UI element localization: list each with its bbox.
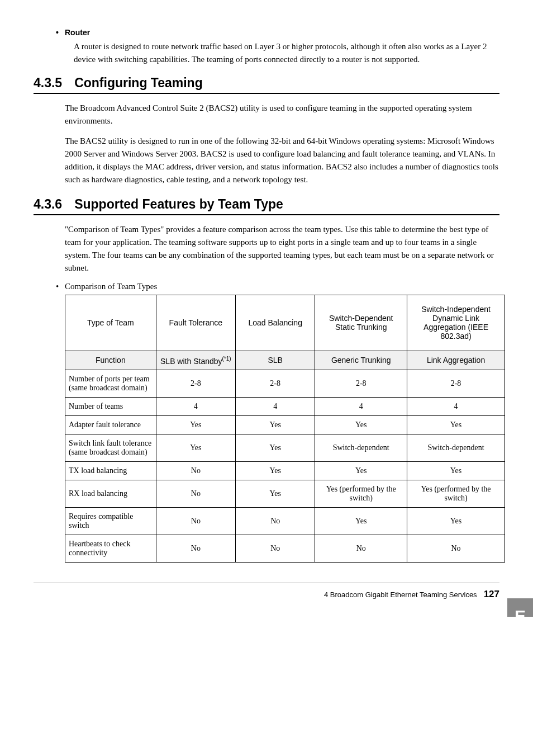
- th-type: Type of Team: [65, 295, 156, 351]
- func-c4: Link Aggregation: [407, 351, 505, 370]
- cell-label: Switch link fault tolerance (same broadc…: [65, 434, 156, 462]
- table-row: Number of teams 4 4 4 4: [65, 398, 505, 416]
- table-row: TX load balancing No Yes Yes Yes: [65, 462, 505, 480]
- function-row: Function SLB with Standby(*1) SLB Generi…: [65, 351, 505, 370]
- cell-label: RX load balancing: [65, 480, 156, 508]
- cell: Yes (performed by the switch): [315, 480, 407, 508]
- cell: No: [407, 535, 505, 563]
- cell: Yes: [407, 462, 505, 480]
- cell: Yes: [156, 416, 235, 434]
- heading-4-3-6: 4.3.6 Supported Features by Team Type: [34, 197, 499, 215]
- comparison-intro: Comparison of Team Types: [65, 282, 499, 291]
- th-dynamic: Switch-Independent Dynamic Link Aggregat…: [407, 295, 505, 351]
- cell: 4: [236, 398, 315, 416]
- cell: Switch-dependent: [407, 434, 505, 462]
- func-c3: Generic Trunking: [315, 351, 407, 370]
- cell: Switch-dependent: [315, 434, 407, 462]
- heading-title: Supported Features by Team Type: [74, 197, 283, 212]
- table-row: Requires compatible switch No No Yes Yes: [65, 508, 505, 535]
- cell: Yes: [315, 508, 407, 535]
- func-c0: Function: [65, 351, 156, 370]
- cell: Yes: [236, 416, 315, 434]
- cell-label: Adapter fault tolerance: [65, 416, 156, 434]
- footnote-marker: (*1): [222, 356, 231, 362]
- table-row: Number of ports per team (same broadcast…: [65, 370, 505, 398]
- func-c1: SLB with Standby(*1): [156, 351, 235, 370]
- table-header-row: Type of Team Fault Tolerance Load Balanc…: [65, 295, 505, 351]
- cell-label: Number of ports per team (same broadcast…: [65, 370, 156, 398]
- cell: Yes: [156, 434, 235, 462]
- cell: Yes: [236, 480, 315, 508]
- sec436-p1: "Comparison of Team Types" provides a fe…: [65, 223, 499, 275]
- cell: 2-8: [236, 370, 315, 398]
- cell: No: [315, 535, 407, 563]
- cell-label: Heartbeats to check connectivity: [65, 535, 156, 563]
- page-footer: 4 Broadcom Gigabit Ethernet Teaming Serv…: [34, 583, 499, 600]
- table-row: Heartbeats to check connectivity No No N…: [65, 535, 505, 563]
- cell: Yes (performed by the switch): [407, 480, 505, 508]
- func-c2: SLB: [236, 351, 315, 370]
- team-types-table: Type of Team Fault Tolerance Load Balanc…: [65, 295, 505, 563]
- cell: Yes: [407, 508, 505, 535]
- heading-title: Configuring Teaming: [74, 75, 203, 91]
- router-title: Router: [65, 28, 499, 37]
- footer-chapter: 4 Broadcom Gigabit Ethernet Teaming Serv…: [324, 590, 477, 599]
- cell: 4: [315, 398, 407, 416]
- cell-label: TX load balancing: [65, 462, 156, 480]
- table-row: Switch link fault tolerance (same broadc…: [65, 434, 505, 462]
- cell: No: [156, 462, 235, 480]
- cell: Yes: [407, 416, 505, 434]
- page-number: 127: [484, 589, 499, 600]
- cell: No: [236, 535, 315, 563]
- cell: Yes: [236, 434, 315, 462]
- table-row: RX load balancing No Yes Yes (performed …: [65, 480, 505, 508]
- heading-number: 4.3.5: [34, 75, 62, 91]
- cell: 4: [156, 398, 235, 416]
- cell: No: [156, 508, 235, 535]
- cell: 2-8: [156, 370, 235, 398]
- cell: 4: [407, 398, 505, 416]
- cell: 2-8: [315, 370, 407, 398]
- cell: Yes: [236, 462, 315, 480]
- cell: No: [236, 508, 315, 535]
- cell: Yes: [315, 416, 407, 434]
- router-bullet: Router A router is designed to route net…: [65, 28, 499, 65]
- th-static: Switch-Dependent Static Trunking: [315, 295, 407, 351]
- cell-label: Requires compatible switch: [65, 508, 156, 535]
- cell: 2-8: [407, 370, 505, 398]
- router-body: A router is designed to route network tr…: [74, 40, 499, 65]
- cell: No: [156, 480, 235, 508]
- sec435-p2: The BACS2 utility is designed to run in …: [65, 135, 499, 187]
- th-load: Load Balancing: [236, 295, 315, 351]
- th-fault: Fault Tolerance: [156, 295, 235, 351]
- heading-number: 4.3.6: [34, 197, 62, 212]
- sec435-p1: The Broadcom Advanced Control Suite 2 (B…: [65, 102, 499, 128]
- heading-4-3-5: 4.3.5 Configuring Teaming: [34, 75, 499, 94]
- cell-label: Number of teams: [65, 398, 156, 416]
- cell: Yes: [315, 462, 407, 480]
- section-tab: E: [507, 598, 533, 617]
- table-row: Adapter fault tolerance Yes Yes Yes Yes: [65, 416, 505, 434]
- cell: No: [156, 535, 235, 563]
